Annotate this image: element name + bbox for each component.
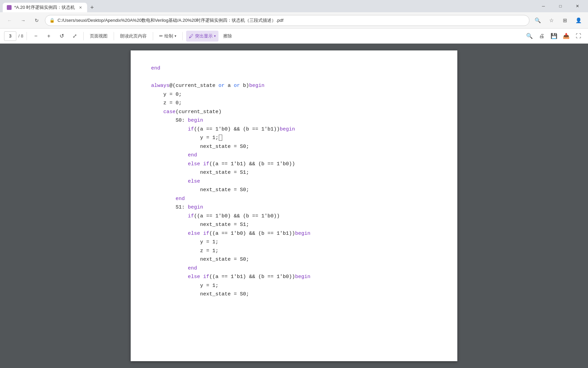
pdf-container: end always@(current_state or a or b)begi… (0, 44, 588, 368)
save-button[interactable]: 💾 (549, 31, 559, 42)
minimize-button[interactable]: ─ (536, 0, 551, 12)
erase-button[interactable]: 擦除 (220, 31, 235, 42)
code-line-8: if((a == 1'b0) && (b == 1'b1))begin (151, 125, 437, 134)
code-line-24: end (151, 264, 437, 273)
code-line-26: y = 1; (151, 281, 437, 290)
zoom-out-button[interactable]: − (30, 31, 41, 42)
code-line-12: else if((a == 1'b1) && (b == 1'b0)) (151, 160, 437, 169)
code-line-14: else (151, 177, 437, 186)
save-as-button[interactable]: 📥 (561, 31, 572, 42)
fullscreen-button[interactable]: ⛶ (573, 31, 584, 42)
draw-button[interactable]: ✏ 绘制 ▾ (157, 31, 179, 42)
print-button[interactable]: 🖨 (536, 31, 547, 42)
code-line-2 (151, 73, 437, 82)
page-view-button[interactable]: 页面视图 (87, 31, 110, 42)
code-line-5: z = 0; (151, 99, 437, 108)
zoom-in-button[interactable]: + (43, 31, 54, 42)
address-text: C:/Users/seuxi/Desktop/Apendix%20A%20数电和… (58, 17, 283, 24)
toolbar-separator-2 (83, 32, 84, 40)
pdf-toolbar: / 8 − + ↺ ⤢ 页面视图 朗读此页内容 ✏ 绘制 ▾ 🖊 突出显示 ▾ … (0, 29, 588, 44)
code-line-17: S1: begin (151, 203, 437, 212)
browser-titlebar: *A.20 时序逻辑实例四：状态机 ✕ + ─ □ ✕ (0, 0, 588, 12)
reload-button[interactable]: ↻ (31, 15, 42, 26)
favorites-icon[interactable]: ☆ (546, 15, 557, 26)
code-line-27: next_state = S0; (151, 290, 437, 299)
toolbar-right-actions: 🔍 🖨 💾 📥 ⛶ (524, 31, 584, 42)
draw-chevron-icon: ▾ (175, 34, 176, 38)
forward-button[interactable]: → (18, 15, 29, 26)
collections-icon[interactable]: ⊞ (559, 15, 570, 26)
code-line-23: next_state = S0; (151, 255, 437, 264)
read-aloud-button[interactable]: 朗读此页内容 (117, 31, 149, 42)
code-line-25: else if((a == 1'b1) && (b == 1'b0))begin (151, 273, 437, 281)
fit-button[interactable]: ⤢ (69, 31, 80, 42)
address-input[interactable]: 🔒 C:/Users/seuxi/Desktop/Apendix%20A%20数… (45, 15, 529, 26)
code-line-4: y = 0; (151, 90, 437, 99)
code-line-21: y = 1; (151, 238, 437, 247)
maximize-button[interactable]: □ (553, 0, 568, 12)
code-line-1: end (151, 64, 437, 73)
active-tab[interactable]: *A.20 时序逻辑实例四：状态机 ✕ (3, 3, 87, 12)
highlight-chevron-icon: ▾ (214, 34, 216, 38)
toolbar-separator-4 (153, 32, 153, 40)
code-line-20: else if((a == 1'b0) && (b == 1'b1))begin (151, 229, 437, 238)
toolbar-separator-5 (182, 32, 183, 40)
code-line-13: next_state = S1; (151, 168, 437, 177)
code-line-9: y = 1; (151, 134, 437, 142)
address-lock-icon: 🔒 (49, 18, 55, 23)
text-cursor (219, 135, 222, 141)
tab-title: *A.20 时序逻辑实例四：状态机 (14, 4, 75, 11)
close-button[interactable]: ✕ (570, 0, 585, 12)
code-line-15: next_state = S0; (151, 186, 437, 195)
window-controls: ─ □ ✕ (536, 0, 585, 12)
code-line-11: end (151, 151, 437, 160)
toolbar-separator-1 (27, 32, 27, 40)
code-line-6: case(current_state) (151, 108, 437, 117)
code-line-18: if((a == 1'b0) && (b == 1'b0)) (151, 212, 437, 221)
new-tab-button[interactable]: + (87, 3, 97, 12)
zoom-icon[interactable]: 🔍 (532, 15, 543, 26)
tab-favicon (7, 5, 12, 10)
pdf-page: end always@(current_state or a or b)begi… (131, 50, 457, 361)
code-line-16: end (151, 195, 437, 203)
tab-close-button[interactable]: ✕ (78, 5, 83, 10)
code-line-19: next_state = S1; (151, 220, 437, 229)
highlight-button[interactable]: 🖊 突出显示 ▾ (186, 31, 218, 42)
address-bar-icons: 🔍 ☆ ⊞ 👤 (532, 15, 584, 26)
highlight-icon: 🖊 (189, 33, 194, 39)
search-button[interactable]: 🔍 (524, 31, 535, 42)
draw-icon: ✏ (159, 33, 163, 39)
profile-icon[interactable]: 👤 (573, 15, 584, 26)
toolbar-separator-3 (114, 32, 114, 40)
address-bar: ← → ↻ 🔒 C:/Users/seuxi/Desktop/Apendix%2… (0, 12, 588, 29)
back-button[interactable]: ← (4, 15, 15, 26)
page-total: / 8 (18, 33, 23, 39)
code-line-3: always@(current_state or a or b)begin (151, 81, 437, 90)
code-line-10: next_state = S0; (151, 142, 437, 151)
page-number-input[interactable] (4, 31, 16, 41)
code-line-7: S0: begin (151, 116, 437, 125)
code-line-22: z = 1; (151, 247, 437, 256)
rotate-button[interactable]: ↺ (56, 31, 67, 42)
tab-bar: *A.20 时序逻辑实例四：状态机 ✕ + (3, 0, 97, 12)
